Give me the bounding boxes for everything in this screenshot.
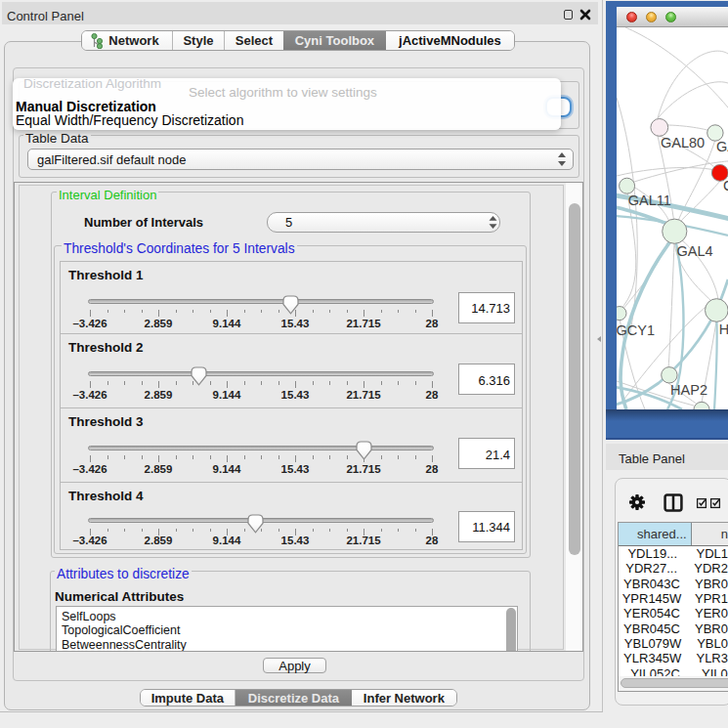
svg-text:C: C xyxy=(723,178,728,193)
svg-text:GA: GA xyxy=(716,139,728,154)
svg-text:GCY1: GCY1 xyxy=(617,322,655,338)
svg-text:GAL4: GAL4 xyxy=(677,243,713,259)
svg-text:GAL11: GAL11 xyxy=(628,193,671,208)
svg-text:H: H xyxy=(719,321,728,337)
svg-text:GAL80: GAL80 xyxy=(661,135,705,150)
svg-text:HAP2: HAP2 xyxy=(670,382,707,398)
